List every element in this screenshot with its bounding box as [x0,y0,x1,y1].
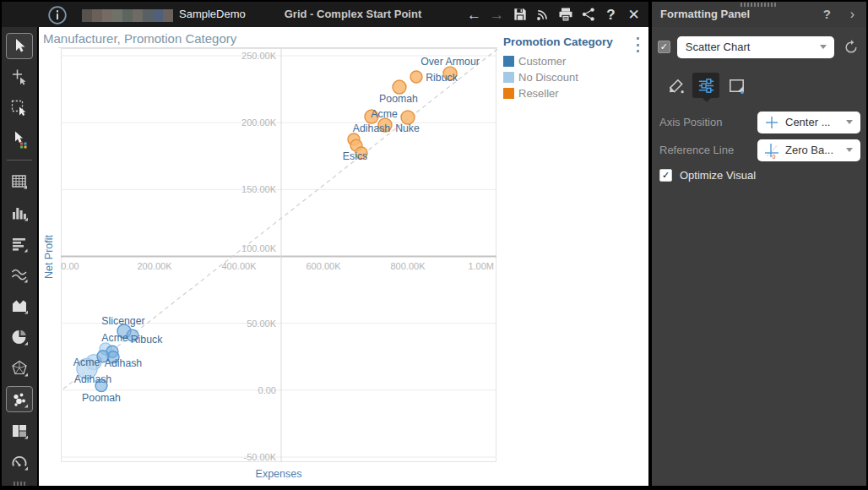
toolbox-overflow-grip[interactable] [14,482,25,486]
svg-text:0: 0 [773,153,776,159]
optimize-visual-option[interactable]: ✓ Optimize Visual [659,169,756,182]
x-axis-title: Expenses [236,468,321,480]
point-label: Ribuck [131,334,163,346]
redacted-block [163,9,173,22]
pointer-tool[interactable] [6,33,33,59]
column-chart-tool[interactable] [6,199,33,226]
chevron-down-icon [846,120,853,124]
chart-type-dropdown[interactable]: Scatter Chart [677,36,835,58]
legend-item[interactable]: Reseller [503,87,643,100]
legend-swatch [503,56,514,67]
point-label: Poomah [82,392,121,404]
style-tab[interactable] [723,73,750,98]
point-label: Ribuck [426,72,458,84]
redacted-block [153,9,163,22]
field-value: Zero Ba... [780,144,846,156]
field-value: Center ... [780,116,846,128]
marquee-select-tool[interactable] [6,95,33,122]
chart-legend: Promotion Category CustomerNo DiscountRe… [503,35,643,103]
point-label: Adihash [353,122,391,134]
reset-icon[interactable] [842,38,860,57]
field-label: Reference Line [659,144,757,156]
legend-item[interactable]: No Discount [503,71,643,84]
field-label: Axis Position [659,116,757,128]
svg-text:50.00K: 50.00K [247,318,277,329]
legend-label: Customer [518,55,566,68]
help-icon[interactable]: ? [599,3,622,26]
point-label: Slicenger [101,315,144,327]
axis-position-dropdown[interactable]: Center ... [757,112,860,133]
document-title: Grid - Complex Start Point [263,2,442,27]
redacted-block [92,9,102,22]
area-chart-tool[interactable] [6,293,33,319]
chevron-down-icon [820,45,827,49]
plus-icon [763,114,780,131]
redacted-toolbar-strip [82,9,173,22]
point-label: Acme [101,332,128,344]
legend-label: No Discount [518,71,578,84]
scatter-point-reseller[interactable] [393,80,406,94]
crosshair-pointer-tool[interactable] [6,64,33,90]
app-window: SampleDemo Grid - Complex Start Point ←→… [0,0,868,490]
svg-text:250.00K: 250.00K [241,51,277,61]
title-bar: SampleDemo Grid - Complex Start Point ←→… [2,2,648,27]
optimize-visual-label: Optimize Visual [680,169,756,182]
titlebar-actions: ←→?✕ [463,2,645,27]
legend-item[interactable]: Customer [503,55,643,68]
line-chart-tool[interactable] [6,262,33,288]
svg-text:800.00K: 800.00K [391,261,426,271]
product-label: SampleDemo [179,2,246,27]
scatter-chart-tool[interactable] [6,386,33,412]
treemap-tool[interactable] [6,417,33,444]
svg-text:0.00: 0.00 [61,261,79,271]
chart-type-checkbox[interactable]: ✓ [658,41,670,53]
svg-text:-50.00K: -50.00K [243,452,276,462]
scatter-point-reseller[interactable] [410,71,422,83]
point-label: Poomah [379,93,418,105]
legend-title: Promotion Category [503,35,643,48]
gauge-tool[interactable] [6,449,33,475]
pie-chart-tool[interactable] [6,324,33,351]
print-icon[interactable] [554,3,577,26]
radar-chart-tool[interactable] [6,356,33,382]
scatter-plot[interactable]: 250.00K200.00K150.00K100.00K50.00K0.00-5… [61,48,496,462]
panel-field-row: Axis PositionCenter ... [659,111,860,133]
close-icon[interactable]: ✕ [622,3,645,26]
point-label: Adihash [74,373,112,385]
grid-item-tool[interactable] [6,168,33,194]
point-label: Nuke [395,122,420,134]
chart-type-value: Scatter Chart [677,41,821,53]
chevron-down-icon [846,148,853,152]
svg-text:150.00K: 150.00K [241,184,277,194]
back-arrow-icon[interactable]: ← [463,3,486,26]
point-label: Acme [371,108,398,120]
info-icon[interactable] [47,5,68,25]
point-label: Over Armour [420,56,480,68]
svg-text:600.00K: 600.00K [307,261,342,271]
forward-arrow-icon[interactable]: → [486,3,508,26]
redacted-block [143,9,153,22]
svg-text:100.00K: 100.00K [241,243,277,253]
share-icon[interactable] [577,3,599,26]
panel-field-row: Reference Line0Zero Ba... [659,139,860,161]
redacted-block [102,9,112,22]
optimize-visual-checkbox[interactable]: ✓ [659,169,672,182]
reference-line-dropdown[interactable]: 0Zero Ba... [757,139,860,161]
toolbox-divider [7,160,32,161]
panel-help-icon[interactable]: ? [823,2,831,27]
point-label: Esics [343,150,367,162]
redacted-block [112,9,122,22]
panel-collapse-icon[interactable]: › [850,2,854,27]
broadcast-icon[interactable] [531,3,554,26]
data-select-tool[interactable] [6,127,33,153]
save-icon[interactable] [508,3,531,26]
svg-text:0.00: 0.00 [258,385,276,395]
bar-chart-tool[interactable] [6,231,33,257]
y-axis-title: Net Profit [43,206,55,308]
formatting-panel-title: Formatting Panel [660,2,750,27]
options-tab[interactable] [692,73,719,98]
dashboard-item-scatter-chart: Manufacturer, Promotion Category 250.00K… [39,27,648,486]
chart-options-menu[interactable] [632,37,643,52]
appearance-tab[interactable] [662,73,689,98]
svg-text:200.00K: 200.00K [138,261,173,271]
